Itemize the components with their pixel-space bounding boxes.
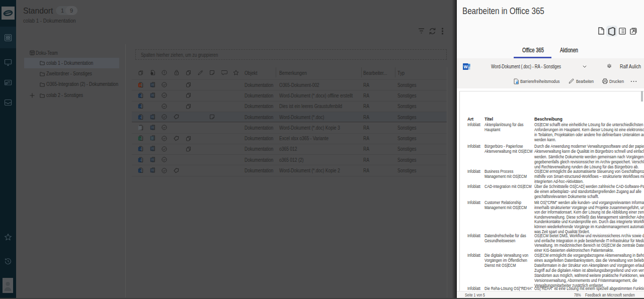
svg-text:W: W [150,158,154,161]
svg-text:A: A [139,116,142,119]
svg-text:A: A [139,169,142,172]
svg-text:A: A [139,148,142,151]
svg-text:A: A [139,94,142,97]
svg-text:W: W [463,64,468,69]
svg-text:W: W [150,126,154,129]
svg-text:A: A [139,105,142,108]
svg-text:W: W [150,147,154,151]
svg-text:P: P [139,83,141,86]
svg-text:W: W [150,168,154,172]
svg-text:W: W [150,93,154,97]
svg-text:W: W [150,115,154,119]
svg-text:A: A [139,158,142,161]
svg-text:W: W [150,83,154,86]
